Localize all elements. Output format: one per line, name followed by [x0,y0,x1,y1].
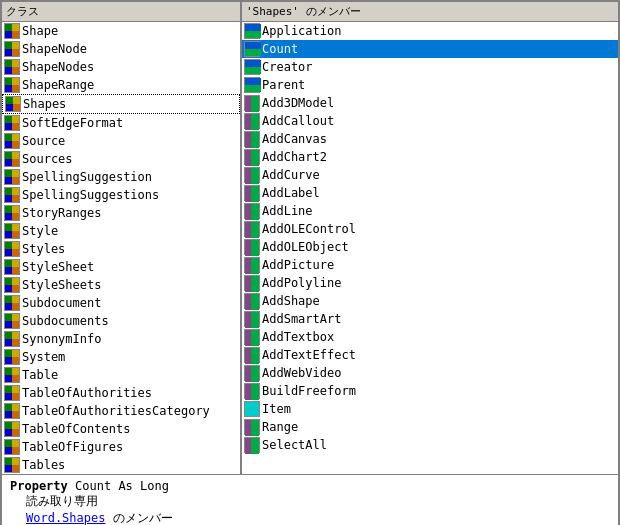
left-panel-header: クラス [2,2,240,22]
left-item-label: Table [22,368,58,382]
left-list-item[interactable]: System [2,348,240,366]
right-list-item[interactable]: AddTextEffect [242,346,618,364]
right-list-item[interactable]: BuildFreeform [242,382,618,400]
left-list-item[interactable]: TableOfContents [2,420,240,438]
left-list-item[interactable]: ShapeNode [2,40,240,58]
right-item-label: AddShape [262,294,320,308]
right-item-label: Item [262,402,291,416]
right-item-label: AddCallout [262,114,334,128]
right-list-item[interactable]: Range [242,418,618,436]
right-list-item[interactable]: AddPolyline [242,274,618,292]
left-item-label: SpellingSuggestions [22,188,159,202]
property-name: Count [75,479,111,493]
right-list-item[interactable]: AddOLEControl [242,220,618,238]
right-list-item[interactable]: Count [242,40,618,58]
property-line3: Word.Shapes のメンバー [10,510,610,525]
left-item-label: TableOfContents [22,422,130,436]
left-item-label: SynonymInfo [22,332,101,346]
right-list-item[interactable]: Application [242,22,618,40]
left-list-item[interactable]: TableOfAuthorities [2,384,240,402]
left-list-item[interactable]: Styles [2,240,240,258]
panels-row: クラス ShapeShapeNodeShapeNodesShapeRangeSh… [0,0,620,474]
left-list-item[interactable]: Subdocument [2,294,240,312]
right-list-item[interactable]: AddLabel [242,184,618,202]
right-list-item[interactable]: SelectAll [242,436,618,454]
right-item-label: AddCanvas [262,132,327,146]
left-list-item[interactable]: Sources [2,150,240,168]
right-list-item[interactable]: AddCallout [242,112,618,130]
right-item-label: Application [262,24,341,38]
property-line2: 読み取り専用 [10,493,610,510]
right-list-item[interactable]: AddShape [242,292,618,310]
right-panel-header: 'Shapes' のメンバー [242,2,618,22]
left-panel-list[interactable]: ShapeShapeNodeShapeNodesShapeRangeShapes… [2,22,240,474]
right-list-item[interactable]: AddCurve [242,166,618,184]
left-list-item[interactable]: Source [2,132,240,150]
property-keyword: Property [10,479,75,493]
left-item-label: Source [22,134,65,148]
right-list-item[interactable]: AddPicture [242,256,618,274]
left-item-label: ShapeNode [22,42,87,56]
left-list-item[interactable]: Shape [2,22,240,40]
right-list-item[interactable]: AddLine [242,202,618,220]
left-list-item[interactable]: SynonymInfo [2,330,240,348]
right-list-item[interactable]: AddTextbox [242,328,618,346]
main-container: クラス ShapeShapeNodeShapeNodesShapeRangeSh… [0,0,620,525]
property-line1: Property Count As Long [10,479,610,493]
right-panel: 'Shapes' のメンバー ApplicationCountCreatorPa… [242,2,618,474]
left-item-label: ShapeRange [22,78,94,92]
right-list-item[interactable]: Add3DModel [242,94,618,112]
left-list-item[interactable]: ShapeRange [2,76,240,94]
left-item-label: Shapes [23,97,66,111]
left-item-label: SpellingSuggestion [22,170,152,184]
left-item-label: SoftEdgeFormat [22,116,123,130]
right-item-label: AddChart2 [262,150,327,164]
left-item-label: ShapeNodes [22,60,94,74]
right-list-item[interactable]: Parent [242,76,618,94]
left-list-item[interactable]: Shapes [2,94,240,114]
left-list-item[interactable]: StoryRanges [2,204,240,222]
left-item-label: Style [22,224,58,238]
right-list-item[interactable]: Creator [242,58,618,76]
right-item-label: AddOLEControl [262,222,356,236]
right-item-label: AddPolyline [262,276,341,290]
left-list-item[interactable]: Table [2,366,240,384]
member-of-suffix: のメンバー [105,511,172,525]
right-list-item[interactable]: Item [242,400,618,418]
left-list-item[interactable]: TableOfAuthoritiesCategory [2,402,240,420]
left-list-item[interactable]: SoftEdgeFormat [2,114,240,132]
left-list-item[interactable]: StyleSheets [2,276,240,294]
right-list-item[interactable]: AddCanvas [242,130,618,148]
left-list-item[interactable]: Style [2,222,240,240]
left-list-item[interactable]: StyleSheet [2,258,240,276]
member-of-link[interactable]: Word.Shapes [26,511,105,525]
left-list-item[interactable]: ShapeNodes [2,58,240,76]
right-item-label: AddWebVideo [262,366,341,380]
right-list-item[interactable]: AddSmartArt [242,310,618,328]
right-item-label: BuildFreeform [262,384,356,398]
left-list-item[interactable]: SpellingSuggestions [2,186,240,204]
left-item-label: System [22,350,65,364]
readonly-label: 読み取り専用 [26,494,98,508]
right-list-item[interactable]: AddOLEObject [242,238,618,256]
left-list-item[interactable]: Tables [2,456,240,474]
right-item-label: Add3DModel [262,96,334,110]
right-list-item[interactable]: AddChart2 [242,148,618,166]
left-item-label: StoryRanges [22,206,101,220]
right-item-label: AddTextbox [262,330,334,344]
left-list-item[interactable]: Subdocuments [2,312,240,330]
right-item-label: Parent [262,78,305,92]
left-item-label: Subdocuments [22,314,109,328]
left-list-item[interactable]: SpellingSuggestion [2,168,240,186]
right-item-label: AddLine [262,204,313,218]
left-item-label: TableOfAuthoritiesCategory [22,404,210,418]
right-list-item[interactable]: AddWebVideo [242,364,618,382]
bottom-panel: Property Count As Long 読み取り専用 Word.Shape… [0,474,620,525]
left-list-item[interactable]: TableOfFigures [2,438,240,456]
property-type: As Long [111,479,169,493]
right-item-label: AddCurve [262,168,320,182]
left-item-label: Tables [22,458,65,472]
right-item-label: AddOLEObject [262,240,349,254]
left-item-label: TableOfFigures [22,440,123,454]
right-panel-list[interactable]: ApplicationCountCreatorParentAdd3DModelA… [242,22,618,474]
